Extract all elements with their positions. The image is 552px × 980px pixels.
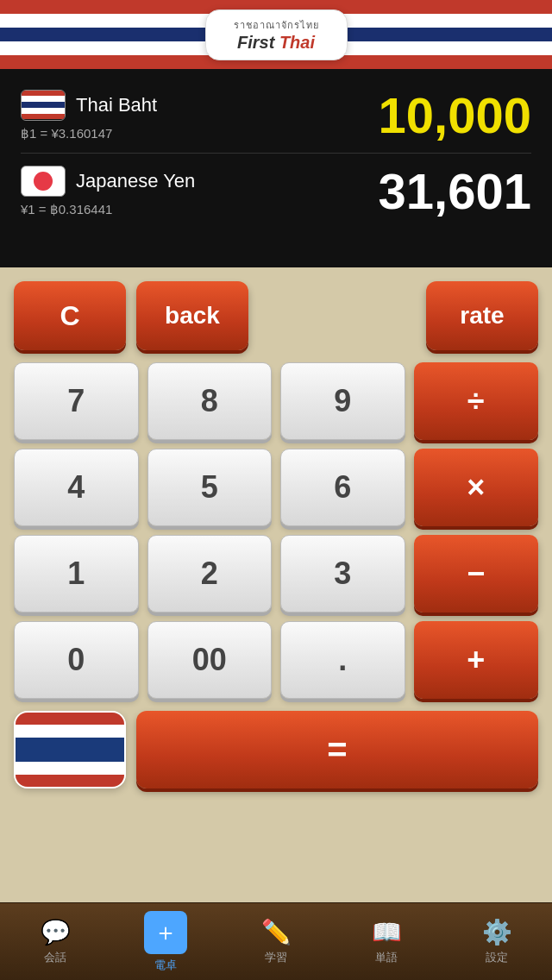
flag-stripe-2 bbox=[16, 725, 124, 737]
brand-name: First Thai bbox=[234, 33, 319, 53]
thai-title: ราชอาณาจักรไทย bbox=[234, 17, 319, 33]
currency-divider bbox=[21, 153, 531, 154]
tab-settings-label: 設定 bbox=[486, 950, 508, 965]
btn-multiply[interactable]: × bbox=[414, 449, 539, 526]
amount-primary: 10,000 bbox=[379, 86, 531, 144]
tab-chat-label: 会話 bbox=[44, 950, 66, 965]
currency-name-1: Thai Baht bbox=[76, 94, 157, 116]
words-icon: 📖 bbox=[372, 918, 402, 946]
brand-badge: ราชอาณาจักรไทย First Thai bbox=[205, 9, 348, 60]
btn-1[interactable]: 1 bbox=[14, 535, 139, 612]
study-icon: ✏️ bbox=[261, 918, 292, 946]
clear-button[interactable]: C bbox=[14, 281, 126, 350]
currency-name-2: Japanese Yen bbox=[76, 170, 195, 192]
brand-first: First bbox=[237, 33, 274, 52]
equals-button[interactable]: = bbox=[136, 711, 538, 788]
currency-row-2: Japanese Yen ¥1 = ฿0.316441 31,601 bbox=[21, 162, 531, 220]
japan-flag-icon bbox=[21, 166, 66, 197]
btn-7[interactable]: 7 bbox=[14, 362, 139, 440]
calc-active-bg: ＋ bbox=[144, 911, 187, 954]
exchange-rate-2: ¥1 = ฿0.316441 bbox=[21, 202, 195, 217]
btn-divide[interactable]: ÷ bbox=[414, 362, 539, 440]
calculator-pad: C back rate 7 8 9 ÷ 4 5 6 × 1 2 3 − 0 00… bbox=[0, 267, 552, 902]
btn-2[interactable]: 2 bbox=[147, 535, 273, 612]
tab-chat[interactable]: 💬 会話 bbox=[0, 903, 110, 980]
currency-info-2: Japanese Yen ¥1 = ฿0.316441 bbox=[21, 166, 195, 217]
calc-icon: ＋ bbox=[154, 916, 178, 949]
rate-button[interactable]: rate bbox=[426, 281, 538, 350]
tab-study-label: 学習 bbox=[265, 950, 287, 965]
tab-words[interactable]: 📖 単語 bbox=[331, 903, 442, 980]
back-button[interactable]: back bbox=[136, 281, 248, 350]
btn-6[interactable]: 6 bbox=[280, 449, 405, 526]
chat-icon: 💬 bbox=[41, 918, 71, 946]
flag-stripe-4 bbox=[16, 762, 124, 774]
btn-dot[interactable]: . bbox=[280, 621, 405, 699]
top-button-row: C back rate bbox=[14, 281, 538, 350]
btn-plus[interactable]: + bbox=[414, 621, 539, 699]
btn-00[interactable]: 00 bbox=[147, 621, 273, 699]
currency-name-row-1: Thai Baht bbox=[21, 90, 157, 121]
thai-flag-icon bbox=[21, 90, 66, 121]
currency-name-row-2: Japanese Yen bbox=[21, 166, 195, 197]
btn-minus[interactable]: − bbox=[414, 535, 539, 612]
brand-thai: Thai bbox=[279, 33, 315, 52]
tab-settings[interactable]: ⚙️ 設定 bbox=[442, 903, 552, 980]
currency-info-1: Thai Baht ฿1 = ¥3.160147 bbox=[21, 90, 157, 141]
settings-icon: ⚙️ bbox=[482, 918, 512, 946]
btn-0[interactable]: 0 bbox=[14, 621, 139, 699]
numpad-grid: 7 8 9 ÷ 4 5 6 × 1 2 3 − 0 00 . + bbox=[14, 362, 538, 699]
btn-9[interactable]: 9 bbox=[280, 362, 405, 440]
app-header: ราชอาณาจักรไทย First Thai bbox=[0, 0, 552, 69]
tab-calc-label: 電卓 bbox=[154, 958, 177, 973]
btn-4[interactable]: 4 bbox=[14, 449, 139, 526]
tab-words-label: 単語 bbox=[375, 950, 398, 965]
btn-5[interactable]: 5 bbox=[147, 449, 273, 526]
exchange-rate-1: ฿1 = ¥3.160147 bbox=[21, 126, 157, 141]
btn-8[interactable]: 8 bbox=[147, 362, 273, 440]
tab-bar: 💬 会話 ＋ 電卓 ✏️ 学習 📖 単語 ⚙️ 設定 bbox=[0, 902, 552, 980]
thai-flag-large[interactable] bbox=[14, 711, 126, 788]
amount-secondary: 31,601 bbox=[379, 162, 531, 220]
flag-stripe-3 bbox=[16, 738, 124, 763]
flag-stripe-5 bbox=[16, 775, 124, 787]
currency-display: Thai Baht ฿1 = ¥3.160147 10,000 Japanese… bbox=[0, 69, 552, 267]
tab-study[interactable]: ✏️ 学習 bbox=[221, 903, 331, 980]
flag-stripe-1 bbox=[16, 713, 124, 725]
bottom-button-row: = bbox=[14, 711, 538, 788]
btn-3[interactable]: 3 bbox=[280, 535, 405, 612]
tab-calc[interactable]: ＋ 電卓 bbox=[110, 903, 221, 980]
japan-circle bbox=[34, 172, 53, 191]
currency-row-1: Thai Baht ฿1 = ¥3.160147 10,000 bbox=[21, 86, 531, 144]
